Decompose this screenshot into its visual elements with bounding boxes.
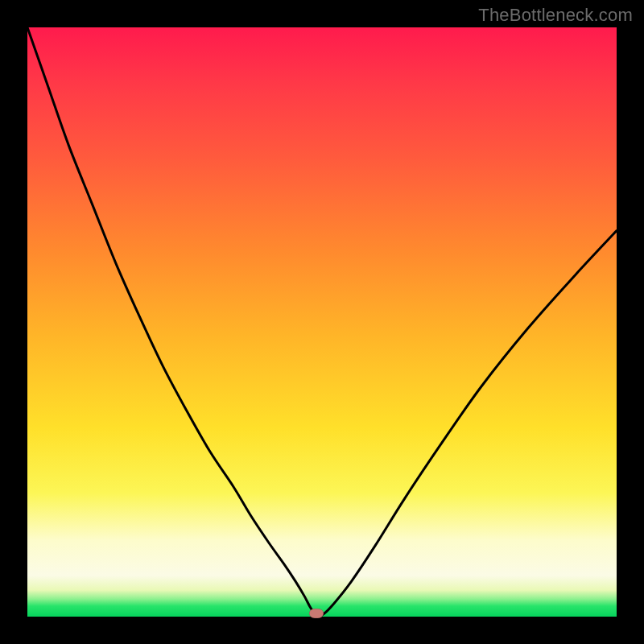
bottleneck-curve	[27, 27, 617, 617]
chart-frame: TheBottleneck.com	[0, 0, 644, 644]
plot-area	[27, 27, 617, 617]
watermark-text: TheBottleneck.com	[478, 5, 633, 26]
minimum-marker	[309, 609, 324, 618]
